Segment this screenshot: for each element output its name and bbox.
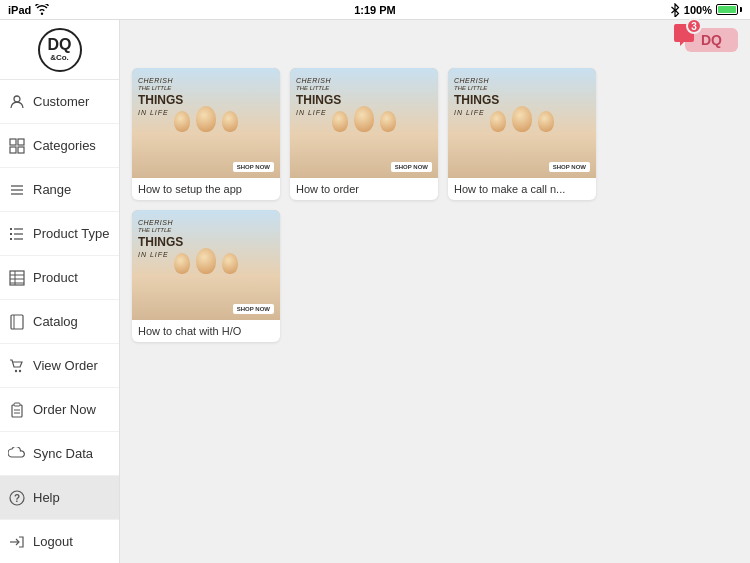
svg-rect-10 bbox=[10, 228, 12, 230]
svg-point-2 bbox=[14, 96, 20, 102]
book-icon bbox=[8, 313, 26, 331]
sidebar-item-label: Catalog bbox=[33, 314, 78, 329]
logo-area: DQ &Co. bbox=[0, 20, 119, 80]
sidebar-item-label: View Order bbox=[33, 358, 98, 373]
list-icon bbox=[8, 181, 26, 199]
sidebar-item-label: Customer bbox=[33, 94, 89, 109]
sidebar-item-catalog[interactable]: Catalog bbox=[0, 300, 119, 344]
grid-icon bbox=[8, 137, 26, 155]
main-content: 3 DQ CHERISH THE LITTLE THINGS IN LIFE bbox=[120, 20, 750, 563]
status-right: 100% bbox=[670, 3, 742, 17]
sidebar-item-customer[interactable]: Customer bbox=[0, 80, 119, 124]
logo-dq: DQ bbox=[48, 36, 72, 54]
svg-rect-4 bbox=[18, 139, 24, 145]
app-container: DQ &Co. Customer bbox=[0, 20, 750, 563]
card-label-2: How to order bbox=[290, 178, 438, 200]
cart-icon bbox=[8, 357, 26, 375]
tutorial-card-2[interactable]: CHERISH THE LITTLE THINGS IN LIFE SHOP N… bbox=[290, 68, 438, 200]
status-bar: iPad 1:19 PM 100% bbox=[0, 0, 750, 20]
card-image-4: CHERISH THE LITTLE THINGS IN LIFE SHOP N… bbox=[132, 210, 280, 320]
sidebar-item-label: Product bbox=[33, 270, 78, 285]
card-label-1: How to setup the app bbox=[132, 178, 280, 200]
svg-rect-5 bbox=[10, 147, 16, 153]
sidebar-item-label: Product Type bbox=[33, 226, 109, 241]
person-icon bbox=[8, 93, 26, 111]
card-image-1: CHERISH THE LITTLE THINGS IN LIFE SHOP N… bbox=[132, 68, 280, 178]
wifi-icon bbox=[35, 4, 49, 15]
card-label-3: How to make a call n... bbox=[448, 178, 596, 200]
svg-rect-14 bbox=[10, 238, 12, 240]
question-icon: ? bbox=[8, 489, 26, 507]
sidebar-item-help[interactable]: ? Help bbox=[0, 476, 119, 520]
table-icon bbox=[8, 269, 26, 287]
list-alt-icon bbox=[8, 225, 26, 243]
status-time: 1:19 PM bbox=[354, 4, 396, 16]
sidebar-item-label: Sync Data bbox=[33, 446, 93, 461]
svg-rect-25 bbox=[12, 405, 22, 417]
status-left: iPad bbox=[8, 4, 49, 16]
logout-icon bbox=[8, 533, 26, 551]
card-image-3: CHERISH THE LITTLE THINGS IN LIFE SHOP N… bbox=[448, 68, 596, 178]
svg-rect-26 bbox=[14, 403, 20, 406]
sidebar-item-sync-data[interactable]: Sync Data bbox=[0, 432, 119, 476]
sidebar-item-range[interactable]: Range bbox=[0, 168, 119, 212]
logo-co: &Co. bbox=[50, 54, 69, 63]
svg-point-23 bbox=[15, 369, 17, 371]
top-bar: 3 DQ bbox=[120, 20, 750, 60]
notification-badge: 3 bbox=[686, 18, 702, 34]
card-label-4: How to chat with H/O bbox=[132, 320, 280, 342]
sidebar-item-product-type[interactable]: Product Type bbox=[0, 212, 119, 256]
svg-point-24 bbox=[19, 369, 21, 371]
cloud-icon bbox=[8, 445, 26, 463]
sidebar-item-label: Order Now bbox=[33, 402, 96, 417]
sidebar-item-product[interactable]: Product bbox=[0, 256, 119, 300]
card-image-2: CHERISH THE LITTLE THINGS IN LIFE SHOP N… bbox=[290, 68, 438, 178]
svg-rect-21 bbox=[11, 315, 23, 329]
svg-rect-6 bbox=[18, 147, 24, 153]
sidebar-item-label: Logout bbox=[33, 534, 73, 549]
clipboard-icon bbox=[8, 401, 26, 419]
tutorial-cards-area: CHERISH THE LITTLE THINGS IN LIFE SHOP N… bbox=[120, 60, 750, 563]
battery-percent: 100% bbox=[684, 4, 712, 16]
battery-icon bbox=[716, 4, 742, 15]
tutorial-card-1[interactable]: CHERISH THE LITTLE THINGS IN LIFE SHOP N… bbox=[132, 68, 280, 200]
notification-area: 3 bbox=[670, 22, 698, 54]
svg-rect-3 bbox=[10, 139, 16, 145]
sidebar-item-label: Categories bbox=[33, 138, 96, 153]
app-logo: DQ &Co. bbox=[38, 28, 82, 72]
svg-rect-12 bbox=[10, 233, 12, 235]
sidebar-item-order-now[interactable]: Order Now bbox=[0, 388, 119, 432]
sidebar: DQ &Co. Customer bbox=[0, 20, 120, 563]
svg-text:?: ? bbox=[14, 493, 20, 504]
tutorial-card-4[interactable]: CHERISH THE LITTLE THINGS IN LIFE SHOP N… bbox=[132, 210, 280, 342]
sidebar-item-view-order[interactable]: View Order bbox=[0, 344, 119, 388]
tutorial-card-3[interactable]: CHERISH THE LITTLE THINGS IN LIFE SHOP N… bbox=[448, 68, 596, 200]
sidebar-item-categories[interactable]: Categories bbox=[0, 124, 119, 168]
ipad-label: iPad bbox=[8, 4, 31, 16]
sidebar-item-label: Range bbox=[33, 182, 71, 197]
bluetooth-icon bbox=[670, 3, 680, 17]
sidebar-item-label: Help bbox=[33, 490, 60, 505]
sidebar-item-logout[interactable]: Logout bbox=[0, 520, 119, 563]
